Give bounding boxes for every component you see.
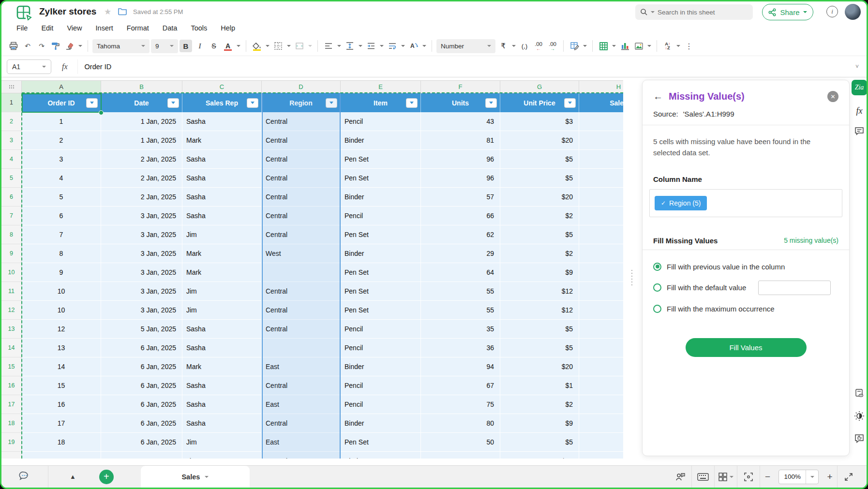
toolbar-more-button[interactable]: ⋮ (683, 40, 695, 52)
column-letter-G[interactable]: G (500, 80, 579, 93)
row-header-20[interactable]: 20 (1, 452, 22, 459)
cell-B3[interactable]: 1 Jan, 2025 (101, 131, 182, 150)
horizontal-align-chevron-icon[interactable] (337, 45, 341, 47)
sort-chevron-icon[interactable] (676, 45, 680, 47)
cell-C16[interactable]: Sasha (182, 376, 262, 395)
table-header-units[interactable]: Units (421, 93, 500, 112)
cell-E6[interactable]: Binder (341, 188, 421, 207)
comments-rail-button[interactable] (852, 127, 867, 135)
favorite-star-icon[interactable]: ★ (104, 7, 111, 17)
insert-image-button[interactable] (632, 40, 645, 52)
redo-button[interactable]: ↷ (35, 40, 48, 52)
table-header-region[interactable]: Region (262, 93, 341, 112)
cell-G4[interactable]: $5 (500, 150, 579, 169)
cell-D4[interactable]: Central (262, 150, 341, 169)
cell-G9[interactable]: $2 (500, 244, 579, 263)
cell-E3[interactable]: Binder (341, 131, 421, 150)
cell-C14[interactable]: Sasha (182, 339, 262, 357)
cell-G15[interactable]: $20 (500, 357, 579, 376)
cell-A9[interactable]: 8 (22, 244, 101, 263)
cell-D20[interactable]: Central (262, 452, 341, 459)
sort-button[interactable]: A↑ ↓Z (661, 40, 674, 52)
menu-view[interactable]: View (60, 23, 88, 35)
comments-footer-button[interactable] (1, 466, 48, 488)
cell-F15[interactable]: 94 (421, 357, 500, 376)
cell-B10[interactable]: 3 Jan, 2025 (101, 263, 182, 282)
cell-C8[interactable]: Jim (182, 225, 262, 244)
cell-A11[interactable]: 10 (22, 282, 101, 301)
cell-B8[interactable]: 3 Jan, 2025 (101, 225, 182, 244)
row-header-6[interactable]: 6 (1, 188, 22, 207)
undo-button[interactable]: ↶ (21, 40, 34, 52)
cell-H2[interactable] (579, 112, 623, 131)
menu-tools[interactable]: Tools (184, 23, 213, 35)
cell-E7[interactable]: Pencil (341, 207, 421, 225)
cell-A17[interactable]: 16 (22, 395, 101, 414)
cell-H20[interactable] (579, 452, 623, 459)
cell-F11[interactable]: 55 (421, 282, 500, 301)
number-format-select[interactable]: Number (436, 39, 495, 53)
cell-B13[interactable]: 5 Jan, 2025 (101, 320, 182, 339)
cell-D16[interactable]: Central (262, 376, 341, 395)
cell-B17[interactable]: 6 Jan, 2025 (101, 395, 182, 414)
clear-format-button[interactable] (63, 40, 76, 52)
cell-F3[interactable]: 81 (421, 131, 500, 150)
cell-G2[interactable]: $3 (500, 112, 579, 131)
cell-C9[interactable]: Mark (182, 244, 262, 263)
menu-edit[interactable]: Edit (35, 23, 60, 35)
cell-F10[interactable]: 64 (421, 263, 500, 282)
cell-B20[interactable]: 7 Jan, 2025 (101, 452, 182, 459)
menu-file[interactable]: File (10, 23, 34, 35)
cell-E15[interactable]: Binder (341, 357, 421, 376)
default-value-input[interactable] (758, 281, 831, 295)
text-rotation-button[interactable]: A (407, 40, 420, 52)
cell-D7[interactable]: Central (262, 207, 341, 225)
cell-D8[interactable]: Central (262, 225, 341, 244)
cell-E4[interactable]: Pen Set (341, 150, 421, 169)
column-letter-H[interactable]: H (579, 80, 623, 93)
table-header-item[interactable]: Item (341, 93, 421, 112)
cell-B5[interactable]: 2 Jan, 2025 (101, 169, 182, 188)
column-letter-B[interactable]: B (101, 80, 182, 93)
cell-G3[interactable]: $20 (500, 131, 579, 150)
fill-handle[interactable] (99, 110, 104, 115)
panel-close-button[interactable]: ✕ (827, 91, 838, 102)
panel-back-button[interactable]: ← (653, 91, 663, 102)
cell-D19[interactable]: East (262, 433, 341, 452)
menu-help[interactable]: Help (214, 23, 241, 35)
column-letter-F[interactable]: F (421, 80, 500, 93)
cell-E19[interactable]: Pen Set (341, 433, 421, 452)
cell-H6[interactable] (579, 188, 623, 207)
cell-H13[interactable] (579, 320, 623, 339)
print-button[interactable] (7, 40, 20, 52)
cell-C17[interactable]: Sasha (182, 395, 262, 414)
text-color-chevron-icon[interactable] (237, 45, 240, 47)
row-header-10[interactable]: 10 (1, 263, 22, 282)
cell-F4[interactable]: 96 (421, 150, 500, 169)
cell-F19[interactable]: 50 (421, 433, 500, 452)
row-header-8[interactable]: 8 (1, 225, 22, 244)
row-header-1[interactable]: 1 (1, 93, 22, 112)
menu-insert[interactable]: Insert (90, 23, 120, 35)
cell-H18[interactable] (579, 414, 623, 433)
cell-C12[interactable]: Jim (182, 301, 262, 320)
row-header-14[interactable]: 14 (1, 339, 22, 357)
cell-F9[interactable]: 29 (421, 244, 500, 263)
formula-bar-expand-icon[interactable]: ˅ (855, 63, 859, 70)
conditional-format-chevron-icon[interactable] (583, 45, 587, 47)
comma-format-button[interactable]: (,) (518, 40, 531, 52)
panel-resize-handle[interactable] (631, 269, 633, 285)
indent-chevron-icon[interactable] (380, 45, 384, 47)
cell-E2[interactable]: Pencil (341, 112, 421, 131)
fill-color-button[interactable] (251, 40, 263, 52)
insert-table-button[interactable] (597, 40, 610, 52)
cell-H8[interactable] (579, 225, 623, 244)
cell-D18[interactable]: Central (262, 414, 341, 433)
view-layout-button[interactable] (715, 466, 737, 488)
paint-format-button[interactable] (49, 40, 62, 52)
cell-G7[interactable]: $2 (500, 207, 579, 225)
keyboard-shortcuts-button[interactable] (692, 466, 714, 488)
fullscreen-button[interactable] (838, 466, 860, 488)
cell-H15[interactable] (579, 357, 623, 376)
preview-rail-button[interactable] (852, 388, 867, 398)
